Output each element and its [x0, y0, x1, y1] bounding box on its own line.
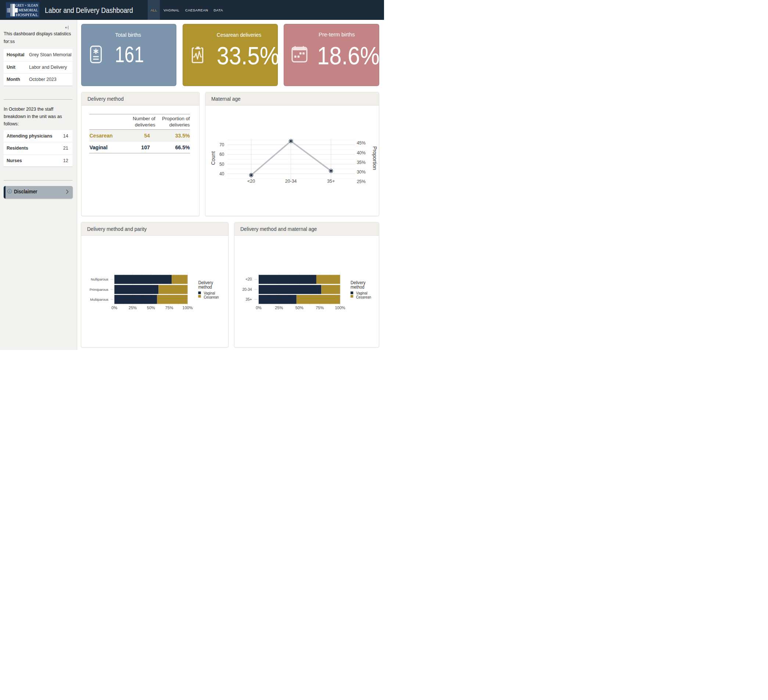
svg-text:25%: 25%: [129, 306, 137, 310]
svg-text:GREY + SLOAN: GREY + SLOAN: [16, 3, 38, 7]
svg-text:75%: 75%: [165, 306, 173, 310]
svg-text:25%: 25%: [357, 179, 366, 184]
svg-text:50%: 50%: [147, 306, 155, 310]
svg-text:Cesarean: Cesarean: [204, 295, 219, 300]
svg-text:60: 60: [219, 152, 224, 157]
svg-text:40%: 40%: [357, 150, 366, 155]
svg-text:35+: 35+: [327, 179, 335, 184]
svg-text:Vaginal: Vaginal: [356, 291, 368, 295]
svg-text:50: 50: [219, 162, 224, 167]
svg-text:Multiparous: Multiparous: [90, 298, 109, 301]
svg-text:20-34: 20-34: [285, 179, 297, 184]
svg-text:HOSPITAL: HOSPITAL: [16, 13, 38, 17]
svg-text:45%: 45%: [357, 141, 366, 146]
svg-text:70: 70: [219, 142, 224, 147]
svg-text:30%: 30%: [357, 170, 366, 175]
svg-text:<20: <20: [247, 179, 255, 184]
svg-text:20-34: 20-34: [243, 287, 252, 292]
svg-text:100%: 100%: [335, 306, 346, 310]
svg-text:75%: 75%: [316, 306, 324, 310]
svg-text:50%: 50%: [296, 306, 304, 310]
svg-text:Vaginal: Vaginal: [204, 291, 215, 295]
svg-text:Proportion: Proportion: [372, 146, 378, 170]
svg-text:Count: Count: [210, 151, 216, 165]
svg-text:<20: <20: [245, 277, 252, 281]
svg-text:Primiparous: Primiparous: [90, 287, 109, 292]
svg-text:35%: 35%: [357, 160, 366, 165]
svg-text:100%: 100%: [182, 306, 193, 310]
svg-text:method: method: [350, 284, 364, 290]
svg-text:25%: 25%: [275, 306, 283, 310]
svg-text:Nulliparous: Nulliparous: [91, 277, 109, 281]
svg-text:MEMORIAL: MEMORIAL: [18, 8, 38, 12]
svg-text:method: method: [198, 284, 212, 290]
svg-text:0%: 0%: [112, 306, 118, 310]
svg-text:Cesarean: Cesarean: [356, 295, 371, 300]
svg-text:i: i: [9, 189, 10, 193]
svg-text:0%: 0%: [256, 306, 262, 310]
svg-text:40: 40: [219, 171, 224, 176]
svg-text:35+: 35+: [245, 298, 252, 301]
